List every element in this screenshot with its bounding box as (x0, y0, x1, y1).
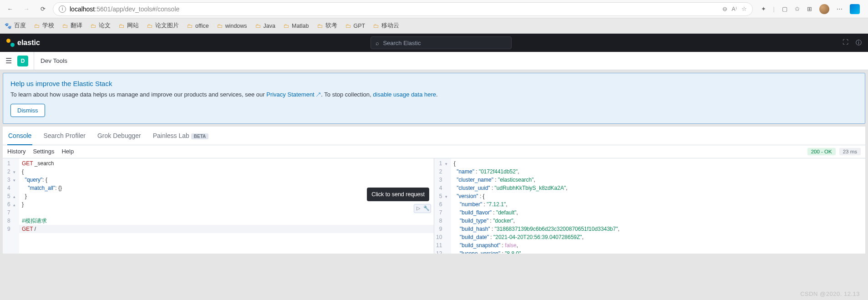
tab-search-profiler[interactable]: Search Profiler (42, 127, 86, 145)
privacy-link[interactable]: Privacy Statement 🡕 (266, 91, 321, 98)
bookmark-label: 翻译 (71, 22, 82, 30)
bookmark-item[interactable]: 🗀office (187, 23, 209, 29)
menu-toggle-icon[interactable]: ☰ (5, 56, 12, 65)
breadcrumb-page: Dev Tools (34, 52, 67, 70)
telemetry-callout: Help us improve the Elastic Stack To lea… (3, 73, 865, 124)
time-badge: 23 ms (839, 148, 861, 155)
fullscreen-icon[interactable]: ⛶ (843, 39, 848, 47)
app-icon[interactable]: ⊞ (807, 5, 812, 12)
bookmark-label: Java (264, 23, 275, 29)
send-tooltip: Click to send request (367, 188, 429, 202)
elastic-search-input[interactable]: ⌕ Search Elastic (371, 36, 512, 49)
response-code: { "name" : "0172f441db52", "cluster_name… (451, 158, 865, 254)
bookmark-item[interactable]: 🐾百度 (5, 22, 26, 30)
app-badge[interactable]: D (17, 56, 28, 66)
back-button[interactable]: ← (4, 3, 16, 15)
bookmark-label: GPT (354, 23, 365, 29)
folder-icon: 🗀 (147, 23, 153, 29)
more-icon[interactable]: ⋯ (837, 5, 843, 12)
elastic-header: elastic ⌕ Search Elastic ⛶ ⓘ (0, 34, 868, 52)
bookmark-item[interactable]: 🗀windows (217, 23, 247, 29)
bookmark-label: windows (225, 23, 247, 29)
devtools-tabs: ConsoleSearch ProfilerGrok DebuggerPainl… (3, 127, 865, 145)
folder-icon: 🗀 (255, 23, 261, 29)
bookmark-label: 论文图片 (155, 22, 179, 30)
copilot-icon[interactable] (850, 4, 860, 14)
breadcrumb-bar: ☰ D Dev Tools (0, 52, 868, 70)
folder-icon: 🗀 (317, 23, 323, 29)
bookmark-item[interactable]: 🗀Matlab (284, 23, 309, 29)
folder-icon: 🗀 (373, 23, 379, 29)
dismiss-button[interactable]: Dismiss (10, 104, 45, 117)
favorite-icon[interactable]: ☆ (741, 5, 747, 12)
read-aloud-icon[interactable]: A⁾ (732, 6, 737, 12)
request-options-icon[interactable]: 🔧 (423, 205, 430, 212)
bookmark-item[interactable]: 🗀Java (255, 23, 275, 29)
folder-icon: 🗀 (187, 23, 193, 29)
bookmark-label: 移动云 (381, 22, 399, 30)
tab-grok-debugger[interactable]: Grok Debugger (96, 127, 142, 145)
response-gutter: 1 ▾2 3 4 5 ▾6 7 8 9 10 11 12 13 14 15 ▴1… (434, 158, 451, 254)
bookmarks-bar: 🐾百度🗀学校🗀翻译🗀论文🗀网站🗀论文图片🗀office🗀windows🗀Java… (0, 18, 868, 34)
refresh-button[interactable]: ⟳ (36, 3, 49, 15)
search-placeholder: Search Elastic (383, 40, 421, 46)
console-subtabs: HistorySettingsHelp 200 - OK 23 ms (3, 145, 865, 158)
paw-icon: 🐾 (5, 22, 12, 29)
address-bar[interactable]: i localhost:5601/app/dev_tools#/console … (53, 2, 753, 16)
search-icon: ⌕ (376, 40, 379, 46)
info-icon: i (59, 5, 66, 13)
folder-icon: 🗀 (34, 23, 40, 29)
status-badge: 200 - OK (807, 148, 836, 155)
folder-icon: 🗀 (284, 23, 289, 29)
bookmark-label: Matlab (292, 23, 309, 29)
bookmark-item[interactable]: 🗀GPT (345, 23, 365, 29)
subtab-settings[interactable]: Settings (33, 148, 54, 155)
callout-body: To learn about how usage data helps us m… (10, 90, 858, 99)
url-text: localhost:5601/app/dev_tools#/console (70, 5, 719, 13)
bookmark-item[interactable]: 🗀学校 (34, 22, 54, 30)
bookmark-label: 网站 (127, 22, 139, 30)
bookmark-label: 学校 (42, 22, 54, 30)
favorites-bar-icon[interactable]: ✩ (795, 5, 800, 12)
folder-icon: 🗀 (62, 23, 68, 29)
elastic-logo-icon (6, 39, 15, 47)
tab-painless-lab[interactable]: Painless LabBETA (152, 127, 210, 145)
bookmark-item[interactable]: 🗀网站 (119, 22, 139, 30)
beta-badge: BETA (191, 133, 208, 139)
newsfeed-icon[interactable]: ⓘ (856, 39, 862, 47)
request-code[interactable]: GET _search { "query": { "match_all": {}… (19, 158, 434, 254)
folder-icon: 🗀 (91, 23, 96, 29)
tab-console[interactable]: Console (7, 127, 32, 145)
bookmark-item[interactable]: 🗀翻译 (62, 22, 82, 30)
extensions-icon[interactable]: ✦ (761, 5, 766, 12)
external-link-icon: 🡕 (316, 92, 321, 97)
subtab-help[interactable]: Help (61, 148, 74, 155)
console-editor: 1 2 ▾3 ▾4 5 ▴6 ▴7 8 9 GET _search { "que… (3, 158, 865, 254)
forward-button[interactable]: → (20, 3, 33, 15)
collections-icon[interactable]: ▢ (782, 5, 787, 12)
bookmark-label: office (195, 23, 209, 29)
folder-icon: 🗀 (119, 23, 125, 29)
folder-icon: 🗀 (217, 23, 223, 29)
bookmark-item[interactable]: 🗀移动云 (373, 22, 399, 30)
bookmark-label: 论文 (99, 22, 111, 30)
bookmark-item[interactable]: 🗀软考 (317, 22, 337, 30)
elastic-logo[interactable]: elastic (6, 39, 40, 47)
response-pane[interactable]: 1 ▾2 3 4 5 ▾6 7 8 9 10 11 12 13 14 15 ▴1… (434, 158, 865, 254)
request-pane[interactable]: 1 2 ▾3 ▾4 5 ▴6 ▴7 8 9 GET _search { "que… (3, 158, 434, 254)
send-request-icon[interactable]: ▷ (415, 205, 422, 212)
request-gutter: 1 2 ▾3 ▾4 5 ▴6 ▴7 8 9 (3, 158, 19, 254)
subtab-history[interactable]: History (7, 148, 25, 155)
browser-toolbar: ← → ⟳ i localhost:5601/app/dev_tools#/co… (0, 0, 868, 18)
divider: | (773, 5, 775, 12)
zoom-icon[interactable]: ⊖ (722, 5, 727, 12)
disable-link[interactable]: disable usage data here (373, 91, 436, 98)
callout-title: Help us improve the Elastic Stack (10, 80, 858, 87)
elastic-brand-text: elastic (17, 39, 40, 47)
bookmark-item[interactable]: 🗀论文图片 (147, 22, 179, 30)
bookmark-item[interactable]: 🗀论文 (91, 22, 111, 30)
profile-avatar[interactable] (819, 4, 829, 14)
request-actions: ▷ 🔧 (414, 204, 431, 213)
folder-icon: 🗀 (345, 23, 351, 29)
bookmark-label: 百度 (14, 22, 26, 30)
